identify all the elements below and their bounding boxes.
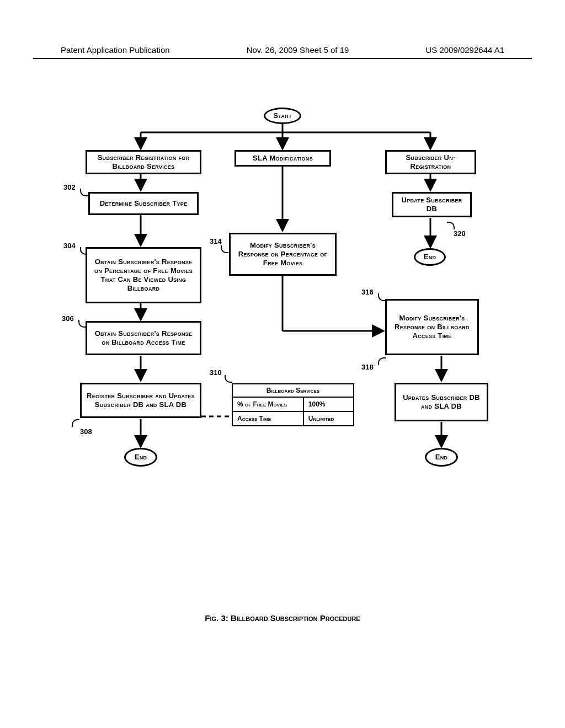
- figure-caption: Fig. 3: Billboard Subscription Procedure: [0, 613, 565, 623]
- end-right-top-node: End: [414, 248, 446, 266]
- subscriber-registration-box: Subscriber Registration for Billboard Se…: [86, 150, 201, 174]
- page-header: Patent Application Publication Nov. 26, …: [0, 45, 565, 55]
- start-label: Start: [273, 111, 292, 120]
- billboard-services-table: Billboard Services % of Free Movies 100%…: [232, 383, 354, 426]
- update-subscriber-db-box: Update Subscriber DB: [392, 192, 472, 217]
- modify-percentage-box: Modify Subscriber's Response on Percenta…: [229, 233, 337, 276]
- ref-318-hook: [378, 357, 386, 365]
- header-rule: [33, 58, 532, 59]
- svc-row2-key: Access Time: [233, 412, 304, 425]
- subscriber-registration-label: Subscriber Registration for Billboard Se…: [90, 153, 196, 172]
- subscriber-un-registration-box: Subscriber Un-Registration: [385, 150, 476, 174]
- end-left-label: End: [135, 453, 147, 462]
- sla-modifications-box: SLA Modifications: [234, 150, 331, 167]
- ref-308: 308: [80, 427, 92, 436]
- end-right-bottom-label: End: [435, 453, 448, 462]
- register-subscriber-label: Register Subscriber and Updates Subscrib…: [85, 392, 196, 410]
- svc-row1-val: 100%: [304, 398, 353, 411]
- modify-access-time-box: Modify Subscriber's Response on Billboar…: [385, 299, 479, 355]
- determine-subscriber-type-box: Determine Subscriber Type: [88, 192, 199, 215]
- header-left: Patent Application Publication: [61, 45, 170, 55]
- billboard-services-title: Billboard Services: [233, 384, 353, 398]
- end-left-node: End: [124, 448, 157, 467]
- modify-percentage-label: Modify Subscriber's Response on Percenta…: [234, 241, 332, 268]
- header-mid: Nov. 26, 2009 Sheet 5 of 19: [247, 45, 349, 55]
- svc-row2-val: Unlimited: [304, 412, 353, 425]
- ref-306: 306: [62, 314, 74, 323]
- update-subscriber-db-label: Update Subscriber DB: [397, 196, 467, 214]
- ref-304: 304: [63, 242, 76, 250]
- ref-308-hook: [72, 419, 79, 427]
- register-subscriber-box: Register Subscriber and Updates Subscrib…: [80, 383, 201, 418]
- end-right-bottom-node: End: [425, 448, 458, 467]
- flowchart-canvas: Start Subscriber Registration for Billbo…: [55, 110, 510, 496]
- modify-access-time-label: Modify Subscriber's Response on Billboar…: [390, 314, 474, 341]
- updates-db-box: Updates Subscriber DB and SLA DB: [395, 383, 488, 421]
- ref-316: 316: [361, 288, 374, 296]
- updates-db-label: Updates Subscriber DB and SLA DB: [399, 393, 483, 411]
- obtain-access-time-label: Obtain Subscriber's Response on Billboar…: [90, 329, 196, 347]
- ref-314: 314: [210, 237, 222, 245]
- header-right: US 2009/0292644 A1: [425, 45, 504, 55]
- obtain-percentage-label: Obtain Subscriber's Response on Percenta…: [90, 258, 196, 293]
- subscriber-un-registration-label: Subscriber Un-Registration: [390, 153, 471, 172]
- sla-modifications-label: SLA Modifications: [253, 154, 313, 163]
- ref-320: 320: [454, 229, 466, 238]
- ref-310: 310: [210, 368, 222, 377]
- svc-row1-key: % of Free Movies: [233, 398, 304, 411]
- ref-318: 318: [361, 363, 374, 371]
- end-right-top-label: End: [424, 253, 436, 261]
- obtain-percentage-box: Obtain Subscriber's Response on Percenta…: [86, 247, 201, 303]
- determine-subscriber-type-label: Determine Subscriber Type: [100, 199, 188, 208]
- start-node: Start: [264, 108, 301, 124]
- ref-302: 302: [63, 183, 76, 191]
- obtain-access-time-box: Obtain Subscriber's Response on Billboar…: [86, 321, 201, 355]
